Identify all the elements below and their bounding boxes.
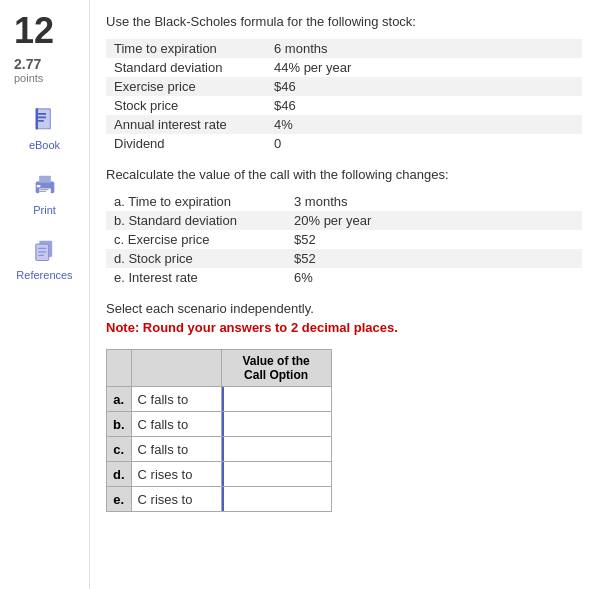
change-value: 6% <box>286 268 582 287</box>
answer-input-cell[interactable] <box>221 412 331 437</box>
stock-value: $46 <box>266 77 582 96</box>
change-label: a. Time to expiration <box>106 192 286 211</box>
answer-table-header-empty2 <box>131 350 221 387</box>
svg-rect-11 <box>39 189 48 190</box>
answer-row-label: b. <box>107 412 132 437</box>
answer-row-label: c. <box>107 437 132 462</box>
change-value: 3 months <box>286 192 582 211</box>
question-number: 12 <box>0 10 54 52</box>
answer-row-label: d. <box>107 462 132 487</box>
points-value: 2.77 <box>14 56 43 72</box>
sidebar-item-ebook[interactable]: eBook <box>29 104 61 151</box>
stock-row: Annual interest rate4% <box>106 115 582 134</box>
print-icon <box>29 169 61 201</box>
sidebar-item-references-label: References <box>16 269 72 281</box>
answer-input-2[interactable] <box>222 437 331 461</box>
svg-rect-9 <box>36 185 40 187</box>
sidebar: 12 2.77 points eBook <box>0 0 90 589</box>
svg-rect-10 <box>39 191 46 192</box>
svg-rect-2 <box>35 108 37 129</box>
sidebar-item-ebook-label: eBook <box>29 139 60 151</box>
change-row: b. Standard deviation20% per year <box>106 211 582 230</box>
answer-row: c. C falls to <box>107 437 332 462</box>
stock-value: 0 <box>266 134 582 153</box>
sidebar-item-print-label: Print <box>33 204 56 216</box>
answer-scenario: C falls to <box>131 387 221 412</box>
change-value: $52 <box>286 230 582 249</box>
stock-label: Stock price <box>106 96 266 115</box>
answer-row-label: a. <box>107 387 132 412</box>
stock-label: Standard deviation <box>106 58 266 77</box>
select-text: Select each scenario independently. <box>106 301 582 316</box>
stock-row: Standard deviation44% per year <box>106 58 582 77</box>
svg-rect-16 <box>39 255 45 256</box>
stock-value: 6 months <box>266 39 582 58</box>
svg-rect-14 <box>39 248 47 249</box>
recalc-text: Recalculate the value of the call with t… <box>106 167 582 182</box>
answer-row-label: e. <box>107 487 132 512</box>
book-icon <box>29 104 61 136</box>
answer-scenario: C rises to <box>131 462 221 487</box>
answer-input-3[interactable] <box>222 462 331 486</box>
stock-label: Annual interest rate <box>106 115 266 134</box>
answer-row: b. C falls to <box>107 412 332 437</box>
change-value: $52 <box>286 249 582 268</box>
answer-input-cell[interactable] <box>221 462 331 487</box>
answer-scenario: C falls to <box>131 437 221 462</box>
note-text: Note: Round your answers to 2 decimal pl… <box>106 320 582 335</box>
answer-input-cell[interactable] <box>221 487 331 512</box>
stock-row: Exercise price$46 <box>106 77 582 96</box>
answer-scenario: C falls to <box>131 412 221 437</box>
stock-label: Time to expiration <box>106 39 266 58</box>
change-label: d. Stock price <box>106 249 286 268</box>
note-section: Select each scenario independently. Note… <box>106 301 582 335</box>
svg-rect-1 <box>36 110 49 129</box>
stock-label: Dividend <box>106 134 266 153</box>
main-content: Use the Black-Scholes formula for the fo… <box>90 0 598 589</box>
stock-row: Time to expiration6 months <box>106 39 582 58</box>
change-row: e. Interest rate6% <box>106 268 582 287</box>
change-label: c. Exercise price <box>106 230 286 249</box>
change-row: a. Time to expiration3 months <box>106 192 582 211</box>
points-label: points <box>14 72 43 84</box>
change-label: e. Interest rate <box>106 268 286 287</box>
answer-input-cell[interactable] <box>221 437 331 462</box>
answer-input-1[interactable] <box>222 412 331 436</box>
answer-input-0[interactable] <box>222 387 331 411</box>
changes-table: a. Time to expiration3 monthsb. Standard… <box>106 192 582 287</box>
sidebar-item-references[interactable]: References <box>16 234 72 281</box>
points-section: 2.77 points <box>0 56 43 84</box>
answer-table: Value of the Call Option a. C falls to b… <box>106 349 332 512</box>
svg-rect-3 <box>38 113 46 115</box>
change-row: d. Stock price$52 <box>106 249 582 268</box>
answer-row: e. C rises to <box>107 487 332 512</box>
change-row: c. Exercise price$52 <box>106 230 582 249</box>
answer-scenario: C rises to <box>131 487 221 512</box>
change-value: 20% per year <box>286 211 582 230</box>
stock-row: Stock price$46 <box>106 96 582 115</box>
sidebar-item-print[interactable]: Print <box>29 169 61 216</box>
intro-text: Use the Black-Scholes formula for the fo… <box>106 14 582 29</box>
svg-rect-15 <box>39 251 47 252</box>
answer-row: a. C falls to <box>107 387 332 412</box>
answer-input-cell[interactable] <box>221 387 331 412</box>
svg-rect-7 <box>39 176 51 183</box>
copy-icon <box>28 234 60 266</box>
stock-row: Dividend0 <box>106 134 582 153</box>
answer-table-header-value: Value of the Call Option <box>221 350 331 387</box>
stock-value: 4% <box>266 115 582 134</box>
svg-rect-5 <box>38 120 44 122</box>
stock-value: 44% per year <box>266 58 582 77</box>
stock-label: Exercise price <box>106 77 266 96</box>
answer-input-4[interactable] <box>222 487 331 511</box>
stock-value: $46 <box>266 96 582 115</box>
answer-row: d. C rises to <box>107 462 332 487</box>
stock-table: Time to expiration6 monthsStandard devia… <box>106 39 582 153</box>
svg-rect-4 <box>38 117 46 119</box>
change-label: b. Standard deviation <box>106 211 286 230</box>
answer-table-header-empty1 <box>107 350 132 387</box>
